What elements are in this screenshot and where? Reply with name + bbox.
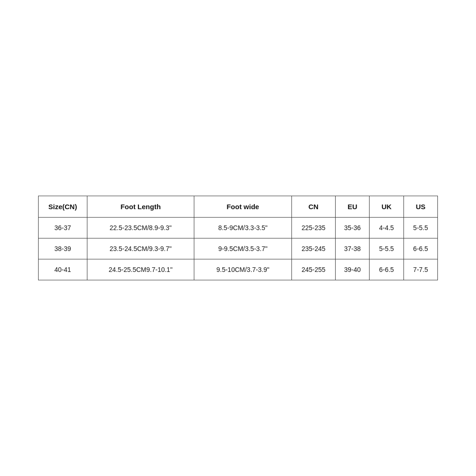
table-header-row: Size(CN) Foot Length Foot wide CN EU UK … bbox=[39, 196, 438, 218]
cell-us: 7-7.5 bbox=[403, 259, 437, 280]
cell-foot-wide: 9-9.5CM/3.5-3.7" bbox=[194, 238, 292, 259]
table-row: 38-3923.5-24.5CM/9.3-9.7"9-9.5CM/3.5-3.7… bbox=[39, 238, 438, 259]
header-foot-wide: Foot wide bbox=[194, 196, 292, 218]
table-row: 36-3722.5-23.5CM/8.9-9.3"8.5-9CM/3.3-3.5… bbox=[39, 218, 438, 238]
cell-foot-wide: 8.5-9CM/3.3-3.5" bbox=[194, 218, 292, 238]
size-chart-container: Size(CN) Foot Length Foot wide CN EU UK … bbox=[38, 196, 438, 280]
cell-foot-length: 24.5-25.5CM9.7-10.1" bbox=[87, 259, 194, 280]
cell-uk: 6-6.5 bbox=[370, 259, 403, 280]
cell-size-cn: 38-39 bbox=[39, 238, 87, 259]
cell-us: 6-6.5 bbox=[403, 238, 437, 259]
cell-us: 5-5.5 bbox=[403, 218, 437, 238]
header-size-cn: Size(CN) bbox=[39, 196, 87, 218]
header-us: US bbox=[403, 196, 437, 218]
cell-eu: 37-38 bbox=[335, 238, 369, 259]
cell-uk: 4-4.5 bbox=[370, 218, 403, 238]
cell-foot-length: 22.5-23.5CM/8.9-9.3" bbox=[87, 218, 194, 238]
cell-foot-wide: 9.5-10CM/3.7-3.9" bbox=[194, 259, 292, 280]
header-cn: CN bbox=[291, 196, 335, 218]
cell-size-cn: 40-41 bbox=[39, 259, 87, 280]
header-uk: UK bbox=[370, 196, 403, 218]
cell-foot-length: 23.5-24.5CM/9.3-9.7" bbox=[87, 238, 194, 259]
header-eu: EU bbox=[335, 196, 369, 218]
cell-cn: 225-235 bbox=[291, 218, 335, 238]
cell-cn: 235-245 bbox=[291, 238, 335, 259]
cell-uk: 5-5.5 bbox=[370, 238, 403, 259]
cell-cn: 245-255 bbox=[291, 259, 335, 280]
header-foot-length: Foot Length bbox=[87, 196, 194, 218]
size-chart-table: Size(CN) Foot Length Foot wide CN EU UK … bbox=[38, 196, 438, 280]
cell-eu: 35-36 bbox=[335, 218, 369, 238]
cell-size-cn: 36-37 bbox=[39, 218, 87, 238]
cell-eu: 39-40 bbox=[335, 259, 369, 280]
table-row: 40-4124.5-25.5CM9.7-10.1"9.5-10CM/3.7-3.… bbox=[39, 259, 438, 280]
